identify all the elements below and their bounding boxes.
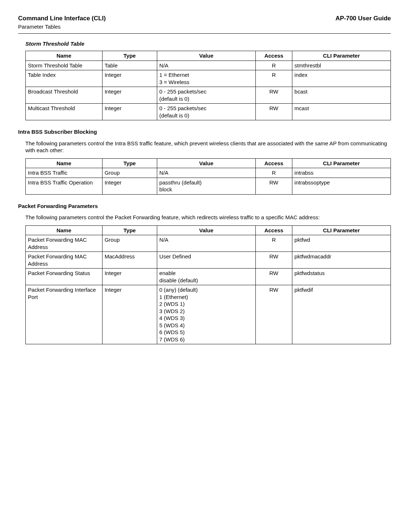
cell-access: R: [256, 235, 292, 252]
page-header: Command Line Interface (CLI) Parameter T…: [18, 14, 391, 30]
intra-text: The following parameters control the Int…: [25, 140, 391, 154]
cell-name: Packet Forwarding MAC Address: [26, 252, 103, 269]
table-row: Packet Forwarding MAC AddressMacAddressU…: [26, 252, 391, 269]
col-value: Value: [157, 158, 255, 168]
cell-cli: bcast: [292, 87, 391, 104]
cell-cli: intrabssoptype: [292, 178, 391, 194]
cell-type: Integer: [102, 285, 157, 344]
cell-value: User Defined: [157, 252, 255, 269]
col-type: Type: [102, 158, 157, 168]
col-cli: CLI Parameter: [292, 225, 391, 235]
intra-tbody: Intra BSS TrafficGroupN/ARintrabssIntra …: [26, 168, 391, 195]
intra-table: Name Type Value Access CLI Parameter Int…: [25, 158, 391, 195]
table-header-row: Name Type Value Access CLI Parameter: [26, 158, 391, 168]
cell-access: RW: [256, 252, 292, 269]
table-row: Packet Forwarding StatusIntegerenable di…: [26, 269, 391, 285]
cell-cli: pktfwdstatus: [292, 269, 391, 285]
cell-value: 0 - 255 packets/sec (default is 0): [157, 104, 255, 120]
col-cli: CLI Parameter: [292, 51, 391, 61]
col-value: Value: [157, 51, 255, 61]
col-access: Access: [256, 158, 292, 168]
cell-type: Group: [102, 168, 157, 178]
col-name: Name: [26, 225, 103, 235]
col-value: Value: [157, 225, 255, 235]
cell-name: Intra BSS Traffic: [26, 168, 103, 178]
cell-value: enable disable (default): [157, 269, 255, 285]
cell-access: RW: [256, 87, 292, 104]
table-row: Intra BSS TrafficGroupN/ARintrabss: [26, 168, 391, 178]
cell-value: 0 (any) (default) 1 (Ethernet) 2 (WDS 1)…: [157, 285, 255, 344]
table-row: Intra BSS Traffic OperationIntegerpassth…: [26, 178, 391, 194]
cell-value: N/A: [157, 235, 255, 252]
cell-name: Intra BSS Traffic Operation: [26, 178, 103, 194]
cell-access: RW: [256, 104, 292, 120]
cell-value: passthru (default) block: [157, 178, 255, 194]
intra-heading: Intra BSS Subscriber Blocking: [18, 128, 391, 136]
cell-type: MacAddress: [102, 252, 157, 269]
cell-type: Integer: [102, 87, 157, 104]
cell-type: Integer: [102, 178, 157, 194]
table-row: Packet Forwarding Interface PortInteger0…: [26, 285, 391, 344]
cell-type: Integer: [102, 104, 157, 120]
cell-value: N/A: [157, 61, 255, 70]
table-row: Multicast ThresholdInteger0 - 255 packet…: [26, 104, 391, 120]
pktfwd-tbody: Packet Forwarding MAC AddressGroupN/ARpk…: [26, 235, 391, 344]
cell-type: Group: [102, 235, 157, 252]
pktfwd-table: Name Type Value Access CLI Parameter Pac…: [25, 225, 391, 345]
col-name: Name: [26, 158, 103, 168]
header-title: Command Line Interface (CLI): [18, 14, 106, 22]
cell-cli: index: [292, 70, 391, 87]
cell-cli: pktfwdmacaddr: [292, 252, 391, 269]
header-subtitle: Parameter Tables: [18, 23, 106, 30]
cell-name: Packet Forwarding MAC Address: [26, 235, 103, 252]
col-name: Name: [26, 51, 103, 61]
cell-cli: mcast: [292, 104, 391, 120]
cell-access: RW: [256, 285, 292, 344]
cell-access: R: [256, 70, 292, 87]
cell-access: R: [256, 61, 292, 70]
pktfwd-heading: Packet Forwarding Parameters: [18, 203, 391, 210]
cell-name: Multicast Threshold: [26, 104, 103, 120]
cell-name: Packet Forwarding Interface Port: [26, 285, 103, 344]
header-rule: [18, 33, 391, 34]
header-right: AP-700 User Guide: [335, 14, 391, 30]
cell-value: N/A: [157, 168, 255, 178]
cell-cli: pktfwd: [292, 235, 391, 252]
table-row: Storm Threshold TableTableN/ARstmthrestb…: [26, 61, 391, 70]
header-left: Command Line Interface (CLI) Parameter T…: [18, 14, 106, 30]
cell-value: 1 = Ethernet 3 = Wireless: [157, 70, 255, 87]
col-access: Access: [256, 51, 292, 61]
cell-access: RW: [256, 178, 292, 194]
table-header-row: Name Type Value Access CLI Parameter: [26, 51, 391, 61]
cell-name: Packet Forwarding Status: [26, 269, 103, 285]
storm-table: Name Type Value Access CLI Parameter Sto…: [25, 51, 391, 120]
cell-type: Integer: [102, 269, 157, 285]
col-type: Type: [102, 225, 157, 235]
cell-name: Table Index: [26, 70, 103, 87]
col-access: Access: [256, 225, 292, 235]
table-row: Table IndexInteger1 = Ethernet 3 = Wirel…: [26, 70, 391, 87]
cell-cli: intrabss: [292, 168, 391, 178]
cell-value: 0 - 255 packets/sec (default is 0): [157, 87, 255, 104]
cell-name: Broadcast Threshold: [26, 87, 103, 104]
table-header-row: Name Type Value Access CLI Parameter: [26, 225, 391, 235]
storm-tbody: Storm Threshold TableTableN/ARstmthrestb…: [26, 61, 391, 120]
col-cli: CLI Parameter: [292, 158, 391, 168]
storm-title: Storm Threshold Table: [25, 40, 391, 47]
col-type: Type: [102, 51, 157, 61]
cell-access: RW: [256, 269, 292, 285]
cell-access: R: [256, 168, 292, 178]
table-row: Broadcast ThresholdInteger0 - 255 packet…: [26, 87, 391, 104]
cell-name: Storm Threshold Table: [26, 61, 103, 70]
cell-type: Integer: [102, 70, 157, 87]
table-row: Packet Forwarding MAC AddressGroupN/ARpk…: [26, 235, 391, 252]
cell-cli: stmthrestbl: [292, 61, 391, 70]
cell-type: Table: [102, 61, 157, 70]
pktfwd-text: The following parameters control the Pac…: [25, 214, 391, 221]
cell-cli: pktfwdif: [292, 285, 391, 344]
